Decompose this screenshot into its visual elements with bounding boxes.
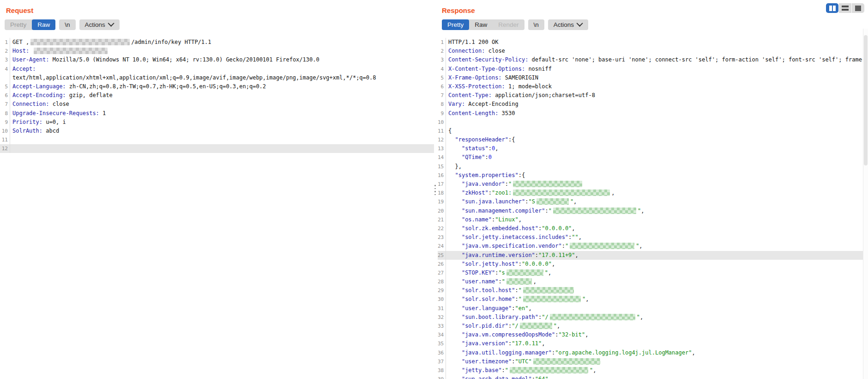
code-text: Accept-Language: zh-CN,zh;q=0.8,zh-TW;q=… [10, 82, 434, 91]
line-number: 8 [0, 109, 10, 118]
line-number: 25 [438, 251, 446, 260]
code-line: 25 "java.runtime.version":"17.0.11+9", [438, 251, 868, 260]
code-line: 21 "os.name":"Linux", [438, 215, 868, 224]
code-text: "sun.boot.library.path":"/", [446, 313, 868, 322]
code-line: 12 "responseHeader":{ [438, 135, 868, 144]
line-number: 15 [438, 162, 446, 171]
redacted-text [506, 278, 532, 285]
response-tabbar: Pretty Raw Render \n Actions [442, 19, 868, 30]
response-editor[interactable]: 1HTTP/1.1 200 OK2Connection: close3Conte… [438, 38, 868, 379]
redacted-text [510, 367, 588, 373]
code-line: 19 "sun.java.launcher":"S", [438, 197, 868, 206]
code-text: Accept-Encoding: gzip, deflate [10, 91, 434, 100]
code-line: 38 "jetty.base":"", [438, 366, 868, 375]
code-text: "java.version":"17.0.11", [446, 339, 868, 348]
code-line: 3User-Agent: Mozilla/5.0 (Windows NT 10.… [0, 55, 434, 64]
code-text [446, 118, 868, 127]
line-number: 33 [438, 322, 446, 330]
code-text: X-Frame-Options: SAMEORIGIN [446, 73, 868, 82]
code-text: Connection: close [446, 47, 868, 55]
code-line: 18 "zkHost":"zoo1:, [438, 189, 868, 197]
layout-rows-button[interactable] [839, 3, 851, 13]
redacted-text [570, 243, 634, 249]
code-line: 1HTTP/1.1 200 OK [438, 38, 868, 47]
code-line: 1GET ,/admin/info/key HTTP/1.1 [0, 38, 434, 47]
request-editor[interactable]: 1GET ,/admin/info/key HTTP/1.12Host: 3Us… [0, 38, 434, 153]
response-scrollbar[interactable] [863, 29, 868, 379]
code-text: "solr.jetty.host":"0.0.0.0", [446, 260, 868, 269]
code-line: 15 }, [438, 162, 868, 171]
code-text: "QTime":0 [446, 153, 868, 162]
code-line: 7Content-Type: application/json;charset=… [438, 91, 868, 100]
panel-splitter[interactable] [434, 0, 438, 379]
request-pretty-raw-toggle: Pretty Raw [5, 19, 55, 30]
code-line: 20 "sun.management.compiler":"", [438, 207, 868, 215]
code-line: 8Vary: Accept-Encoding [438, 100, 868, 109]
code-line: 23 "solr.jetty.inetaccess.includes":"", [438, 233, 868, 242]
code-text: Priority: u=0, i [10, 118, 434, 127]
line-number: 4 [0, 65, 10, 73]
line-number: 1 [438, 38, 446, 47]
redacted-text [506, 269, 543, 276]
code-line: 11 [0, 135, 434, 144]
line-number: 17 [438, 180, 446, 189]
response-actions-button[interactable]: Actions [548, 19, 588, 30]
response-tab-raw[interactable]: Raw [469, 19, 493, 30]
request-tab-raw[interactable]: Raw [32, 19, 55, 30]
code-text: "sun.java.launcher":"S", [446, 197, 868, 206]
redacted-text [34, 48, 108, 54]
code-line: 6X-XSS-Protection: 1; mode=block [438, 82, 868, 91]
line-number: 24 [438, 242, 446, 251]
line-number: 38 [438, 366, 446, 375]
code-line: text/html,application/xhtml+xml,applicat… [0, 73, 434, 82]
code-text [10, 144, 434, 153]
line-number: 1 [0, 38, 10, 47]
code-line: 5X-Frame-Options: SAMEORIGIN [438, 73, 868, 82]
code-text: GET ,/admin/info/key HTTP/1.1 [10, 38, 434, 47]
code-line: 9Priority: u=0, i [0, 118, 434, 127]
code-text: "status":0, [446, 144, 868, 153]
code-line: 7Connection: close [0, 100, 434, 109]
code-line: 37 "user.timezone":"UTC" [438, 357, 868, 366]
code-text: "solr.pid.dir":"/", [446, 322, 868, 330]
line-number [0, 73, 10, 82]
code-line: 14 "QTime":0 [438, 153, 868, 162]
code-line: 9Content-Length: 3530 [438, 109, 868, 118]
chevron-down-icon [577, 20, 583, 27]
redacted-text [536, 198, 569, 205]
request-actions-button[interactable]: Actions [79, 19, 120, 30]
request-tab-newline[interactable]: \n [59, 19, 75, 30]
layout-columns-button[interactable] [826, 3, 838, 13]
code-text: "user.language":"en", [446, 304, 868, 313]
single-layout-icon [855, 6, 861, 11]
redacted-text [513, 181, 582, 187]
code-line: 4Accept: [0, 65, 434, 73]
line-number: 7 [0, 100, 10, 109]
code-text: SolrAuth: abcd [10, 127, 434, 135]
line-number: 9 [0, 118, 10, 127]
line-number: 6 [0, 91, 10, 100]
line-number: 2 [438, 47, 446, 55]
request-tab-pretty[interactable]: Pretty [5, 19, 32, 30]
code-text: Upgrade-Insecure-Requests: 1 [10, 109, 434, 118]
code-line: 16 "system.properties":{ [438, 171, 868, 180]
line-number: 27 [438, 269, 446, 277]
response-tab-render: Render [493, 19, 524, 30]
layout-single-button[interactable] [852, 3, 864, 13]
redacted-text [533, 358, 600, 365]
code-line: 36 "java.util.logging.manager":"org.apac… [438, 348, 868, 357]
code-text: HTTP/1.1 200 OK [446, 38, 868, 47]
code-text: "solr.tool.host":" [446, 286, 868, 295]
code-line: 27 "STOP.KEY":"s", [438, 269, 868, 277]
request-actions-label: Actions [85, 21, 105, 28]
code-text: "solr.zk.embedded.host":"0.0.0.0", [446, 224, 868, 233]
code-text: "sun.arch.data.model":"64", [446, 375, 868, 379]
response-scrollbar-thumb[interactable] [864, 35, 868, 165]
code-line: 12 [0, 144, 434, 153]
code-text: "solr.jetty.inetaccess.includes":"", [446, 233, 868, 242]
response-tab-pretty[interactable]: Pretty [442, 19, 469, 30]
line-number: 36 [438, 348, 446, 357]
response-tab-newline[interactable]: \n [528, 19, 544, 30]
code-line: 6Accept-Encoding: gzip, deflate [0, 91, 434, 100]
code-line: 32 "sun.boot.library.path":"/", [438, 313, 868, 322]
